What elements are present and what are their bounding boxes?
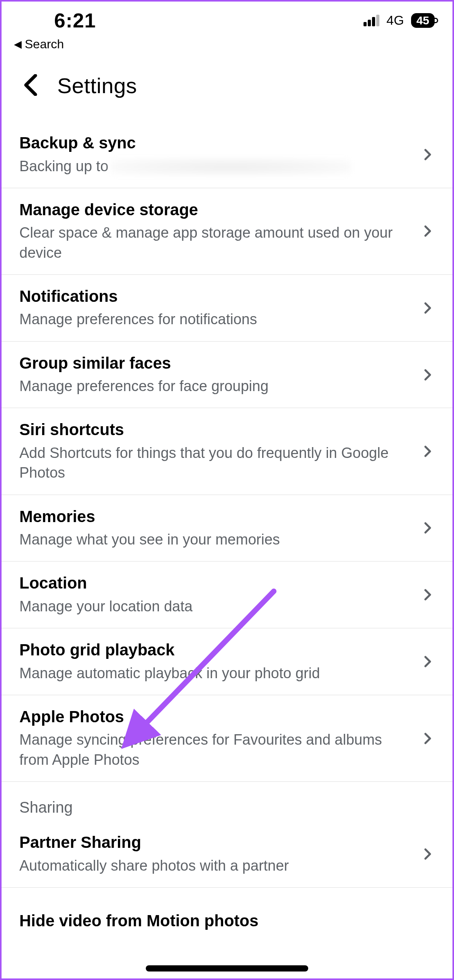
row-subtitle: Manage preferences for face grouping	[19, 376, 413, 396]
status-bar: 6:21 4G 45	[0, 0, 454, 35]
chevron-right-icon	[421, 224, 435, 238]
status-right: 4G 45	[364, 13, 435, 28]
settings-row-photo-grid-playback[interactable]: Photo grid playback Manage automatic pla…	[0, 628, 454, 695]
settings-row-backup-sync[interactable]: Backup & sync Backing up to	[0, 121, 454, 188]
section-header-sharing: Sharing	[0, 782, 454, 821]
row-title: Siri shortcuts	[19, 420, 413, 440]
row-title: Hide video from Motion photos	[19, 911, 435, 931]
battery-indicator: 45	[411, 13, 435, 28]
row-subtitle: Manage what you see in your memories	[19, 530, 413, 550]
page-title: Settings	[57, 73, 137, 98]
chevron-right-icon	[421, 847, 435, 861]
row-title: Notifications	[19, 286, 413, 307]
chevron-right-icon	[421, 588, 435, 602]
settings-row-apple-photos[interactable]: Apple Photos Manage syncing preferences …	[0, 695, 454, 782]
row-title: Partner Sharing	[19, 832, 413, 853]
chevron-right-icon	[421, 732, 435, 745]
row-subtitle: Manage automatic playback in your photo …	[19, 664, 413, 683]
redacted-email	[111, 158, 351, 175]
row-subtitle: Manage preferences for notifications	[19, 310, 413, 329]
row-subtitle: Add Shortcuts for things that you do fre…	[19, 443, 413, 483]
breadcrumb-label: Search	[25, 37, 64, 51]
breadcrumb-caret-icon: ◀	[14, 38, 22, 50]
chevron-right-icon	[421, 148, 435, 162]
row-title: Photo grid playback	[19, 640, 413, 660]
chevron-right-icon	[421, 521, 435, 535]
back-button[interactable]	[23, 74, 39, 97]
status-time: 6:21	[54, 9, 96, 32]
chevron-right-icon	[421, 368, 435, 382]
row-subtitle: Manage your location data	[19, 597, 413, 616]
settings-row-group-similar-faces[interactable]: Group similar faces Manage preferences f…	[0, 342, 454, 408]
settings-row-notifications[interactable]: Notifications Manage preferences for not…	[0, 275, 454, 342]
settings-row-hide-video-motion-photos[interactable]: Hide video from Motion photos	[0, 887, 454, 943]
settings-row-memories[interactable]: Memories Manage what you see in your mem…	[0, 495, 454, 562]
app-header: Settings	[0, 51, 454, 114]
row-title: Memories	[19, 507, 413, 527]
breadcrumb[interactable]: ◀ Search	[0, 35, 454, 51]
row-title: Apple Photos	[19, 707, 413, 727]
chevron-right-icon	[421, 655, 435, 669]
settings-row-location[interactable]: Location Manage your location data	[0, 561, 454, 628]
row-title: Location	[19, 573, 413, 594]
row-title: Backup & sync	[19, 133, 413, 153]
chevron-right-icon	[421, 444, 435, 458]
row-subtitle: Automatically share photos with a partne…	[19, 856, 413, 876]
network-type: 4G	[386, 13, 404, 28]
row-subtitle: Clear space & manage app storage amount …	[19, 223, 413, 263]
home-indicator[interactable]	[146, 965, 308, 971]
row-subtitle: Manage syncing preferences for Favourite…	[19, 730, 413, 770]
row-title: Group similar faces	[19, 353, 413, 374]
settings-row-partner-sharing[interactable]: Partner Sharing Automatically share phot…	[0, 821, 454, 887]
row-subtitle: Backing up to	[19, 157, 413, 176]
row-title: Manage device storage	[19, 200, 413, 220]
settings-row-siri-shortcuts[interactable]: Siri shortcuts Add Shortcuts for things …	[0, 408, 454, 495]
settings-row-manage-device-storage[interactable]: Manage device storage Clear space & mana…	[0, 188, 454, 275]
settings-list: Backup & sync Backing up to Manage devic…	[0, 114, 454, 943]
chevron-left-icon	[23, 74, 39, 96]
cellular-signal-icon	[364, 15, 379, 26]
chevron-right-icon	[421, 301, 435, 315]
